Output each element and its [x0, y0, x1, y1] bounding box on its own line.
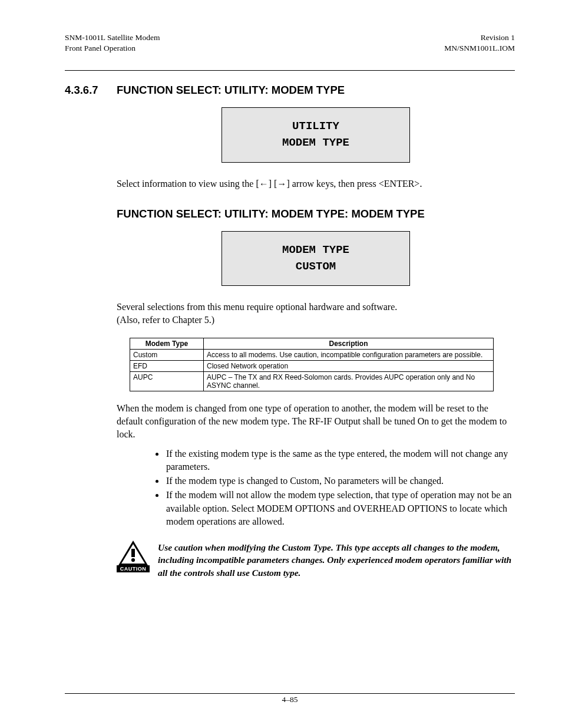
list-item: If the existing modem type is the same a… [165, 447, 515, 473]
table-row: Custom Access to all modems. Use caution… [130, 350, 494, 361]
th-description: Description [204, 338, 494, 350]
page-number: 4–85 [65, 695, 515, 704]
doc-section: Front Panel Operation [65, 44, 135, 52]
cell-type: Custom [130, 350, 204, 361]
cell-type: AUPC [130, 372, 204, 391]
instr-pre: Select information to view using the [ [117, 179, 259, 189]
lcd-display-2: MODEM TYPE CUSTOM [222, 231, 410, 286]
lcd1-line2: MODEM TYPE [282, 136, 349, 149]
footer-rule [65, 693, 515, 694]
cell-type: EFD [130, 361, 204, 372]
warning-triangle-icon [118, 540, 148, 566]
doc-id: MN/SNM1001L.IOM [444, 44, 515, 52]
section-heading: 4.3.6.7 FUNCTION SELECT: UTILITY: MODEM … [65, 84, 515, 97]
cell-desc: AUPC – The TX and RX Reed-Solomon cards.… [204, 372, 494, 391]
caution-text: Use caution when modifying the Custom Ty… [158, 540, 515, 579]
reset-note: When the modem is changed from one type … [117, 402, 515, 440]
header-right: Revision 1 MN/SNM1001L.IOM [444, 32, 515, 54]
doc-revision: Revision 1 [481, 33, 515, 42]
cell-desc: Access to all modems. Use caution, incom… [204, 350, 494, 361]
lcd2-line1: MODEM TYPE [282, 243, 349, 256]
header-left: SNM-1001L Satellite Modem Front Panel Op… [65, 32, 160, 54]
content-area: UTILITY MODEM TYPE Select information to… [117, 107, 515, 579]
para2a: Several selections from this menu requir… [117, 302, 397, 312]
cell-desc: Closed Network operation [204, 361, 494, 372]
th-modem-type: Modem Type [130, 338, 204, 350]
list-item: If the modem type is changed to Custom, … [165, 475, 515, 487]
subsection-title: FUNCTION SELECT: UTILITY: MODEM TYPE: MO… [117, 207, 515, 220]
caution-icon: CAUTION [117, 540, 150, 572]
instr-post: ] arrow keys, then press <ENTER>. [286, 179, 422, 189]
lcd-display-1: UTILITY MODEM TYPE [222, 107, 410, 162]
right-arrow-icon: → [277, 179, 286, 189]
section-number: 4.3.6.7 [65, 84, 117, 97]
table-row: EFD Closed Network operation [130, 361, 494, 372]
para2b: (Also, refer to Chapter 5.) [117, 315, 214, 325]
list-item: If the modem will not allow the modem ty… [165, 489, 515, 528]
table-row: AUPC AUPC – The TX and RX Reed-Solomon c… [130, 372, 494, 391]
instr-mid: ] [ [269, 179, 277, 189]
modem-type-table: Modem Type Description Custom Access to … [130, 338, 494, 391]
lcd2-line2: CUSTOM [296, 260, 336, 273]
caution-label: CAUTION [117, 565, 150, 572]
section-title: FUNCTION SELECT: UTILITY: MODEM TYPE [117, 84, 345, 97]
svg-rect-2 [131, 549, 135, 557]
doc-title: SNM-1001L Satellite Modem [65, 33, 160, 42]
hardware-note: Several selections from this menu requir… [117, 301, 515, 326]
page-footer: 4–85 [65, 693, 515, 704]
lcd1-line1: UTILITY [292, 120, 339, 133]
left-arrow-icon: ← [259, 179, 269, 189]
document-page: SNM-1001L Satellite Modem Front Panel Op… [0, 0, 562, 728]
caution-block: CAUTION Use caution when modifying the C… [117, 540, 515, 579]
instruction-arrows: Select information to view using the [←]… [117, 177, 515, 190]
header-rule [65, 70, 515, 71]
notes-list: If the existing modem type is the same a… [117, 447, 515, 528]
page-header: SNM-1001L Satellite Modem Front Panel Op… [65, 32, 515, 54]
svg-point-3 [131, 558, 135, 562]
